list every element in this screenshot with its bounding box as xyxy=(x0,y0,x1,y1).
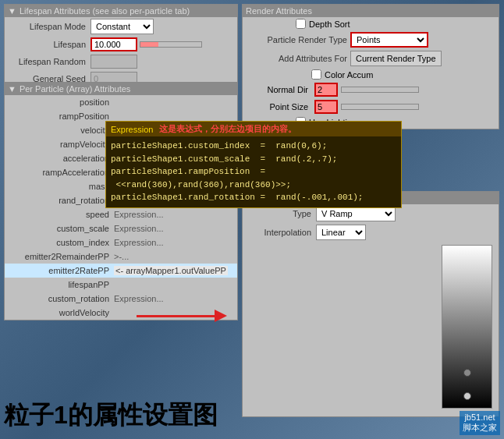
point-size-label: Point Size xyxy=(246,102,308,112)
lifespan-panel: ▼ Lifespan Attributes (see also per-part… xyxy=(4,4,238,88)
ramp-type-select[interactable]: V Ramp U Ramp Diagonal Ramp xyxy=(316,206,396,221)
expr-subtitle: 这是表达式，分别左边项目的内容。 xyxy=(159,123,296,135)
particle-render-type-select[interactable]: Points Sprites Streaks xyxy=(350,32,428,48)
normal-dir-slider[interactable] xyxy=(341,87,419,93)
lifespan-mode-select[interactable]: Constant Random Expression xyxy=(91,19,154,34)
pp-rampacceleration-label: rampAcceleration xyxy=(8,168,109,177)
lifespan-title: Lifespan Attributes (see also per-partic… xyxy=(20,6,190,16)
watermark-line2: 脚本之家 xyxy=(463,422,497,434)
ramp-dot-2[interactable] xyxy=(463,392,471,400)
pp-lifespan: lifespanPP xyxy=(5,278,237,292)
bottom-title-text: 粒子1的属性设置图 xyxy=(4,398,218,433)
pp-custom-scale-label: custom_scale xyxy=(8,224,109,233)
pp-mass-label: mass xyxy=(8,182,109,191)
expr-line-2: particleShape1.custom_scale = rand(.2,.7… xyxy=(111,153,396,166)
pp-custom-index-label: custom_index xyxy=(8,238,109,247)
color-accum-checkbox[interactable] xyxy=(311,69,321,80)
ramp-dot-1[interactable] xyxy=(463,369,471,377)
lifespan-slider-container xyxy=(91,37,202,51)
arrow-indicator xyxy=(137,308,246,324)
point-size-row: Point Size xyxy=(243,98,499,115)
lifespan-mode-label: Lifespan Mode xyxy=(8,22,86,31)
pp-emitter2-remainder-value: >-... xyxy=(114,252,129,261)
pp-custom-index-value: Expression... xyxy=(114,238,164,247)
pp-position-label: position xyxy=(8,97,109,107)
add-attr-row: Add Attributes For Current Render Type xyxy=(243,49,499,68)
ramp-interpolation-row: Interpolation Linear Smooth Spline None xyxy=(243,223,499,242)
render-panel: Render Attributes Depth Sort Particle Re… xyxy=(242,4,499,129)
pp-custom-rotation-value: Expression... xyxy=(114,294,164,303)
pp-velocity-label: velocity xyxy=(8,126,109,135)
expr-title-bar: Expression 这是表达式，分别左边项目的内容。 xyxy=(106,122,401,136)
depth-sort-checkbox[interactable] xyxy=(296,19,306,29)
lifespan-title-bar: ▼ Lifespan Attributes (see also per-part… xyxy=(5,5,237,17)
pp-speed: speed Expression... xyxy=(5,207,237,221)
lifespan-random-row: Lifespan Random xyxy=(5,53,237,70)
pp-custom-rotation-label: custom_rotation xyxy=(8,294,109,303)
lifespan-value-row: Lifespan xyxy=(5,36,237,53)
ramp-type-label: Type xyxy=(249,209,311,218)
color-accum-label: Color Accum xyxy=(325,70,373,80)
lifespan-value-input[interactable] xyxy=(91,37,137,51)
particle-render-type-label: Particle Render Type xyxy=(246,35,347,44)
lifespan-mode-row: Lifespan Mode Constant Random Expression xyxy=(5,17,237,36)
pp-lifespan-label: lifespanPP xyxy=(8,280,109,289)
per-particle-title-bar: ▼ Per Particle (Array) Attributes xyxy=(5,83,237,95)
pp-rampposition-label: rampPosition xyxy=(8,112,109,121)
current-render-type-button[interactable]: Current Render Type xyxy=(350,51,442,66)
lifespan-random-input xyxy=(91,55,137,69)
pp-speed-value: Expression... xyxy=(114,210,164,219)
pp-speed-label: speed xyxy=(8,210,109,219)
lifespan-value-label: Lifespan xyxy=(8,40,86,49)
normal-dir-input[interactable] xyxy=(314,83,338,97)
normal-dir-label: Normal Dir xyxy=(246,85,308,94)
pp-world-velocity-label: worldVelocity xyxy=(8,308,109,317)
lifespan-slider-track[interactable] xyxy=(140,41,202,48)
pp-custom-rotation: custom_rotation Expression... xyxy=(5,292,237,306)
pp-emitter2-rate-label: emitter2RatePP xyxy=(8,266,109,275)
depth-sort-label: Depth Sort xyxy=(309,19,350,29)
render-type-row: Particle Render Type Points Sprites Stre… xyxy=(243,30,499,49)
ramp-gradient-preview xyxy=(442,245,492,409)
render-title: Render Attributes xyxy=(246,6,312,16)
ramp-interpolation-select[interactable]: Linear Smooth Spline None xyxy=(316,225,366,240)
pp-emitter2-remainder-label: emitter2RemainderPP xyxy=(8,252,109,261)
watermark: jb51.net 脚本之家 xyxy=(460,411,500,435)
expr-body: particleShape1.custom_index = rand(0,6);… xyxy=(106,136,401,207)
pp-custom-scale: custom_scale Expression... xyxy=(5,221,237,235)
normal-dir-row: Normal Dir xyxy=(243,81,499,98)
pp-emitter2-remainder: emitter2RemainderPP >-... xyxy=(5,250,237,264)
lifespan-arrow: ▼ xyxy=(8,6,16,16)
pp-position: position xyxy=(5,95,237,109)
pp-custom-index: custom_index Expression... xyxy=(5,235,237,250)
ramp-interpolation-label: Interpolation xyxy=(249,228,311,237)
depth-sort-row: Depth Sort xyxy=(289,17,499,30)
expr-line-3: particleShape1.rampPosition = <<rand(360… xyxy=(111,165,396,191)
pp-emitter2-rate: emitter2RatePP <- arrayMapper1.outValueP… xyxy=(5,264,237,278)
pp-rand-rotation-label: rand_rotation xyxy=(8,196,109,205)
ramp-panel: ▼ Ramp Attributes Type V Ramp U Ramp Dia… xyxy=(242,191,499,417)
arrow-line xyxy=(137,315,215,317)
per-particle-arrow: ▼ xyxy=(8,84,16,94)
expr-line-4: particleShape1.rand_rotation = rand(-.00… xyxy=(111,191,396,204)
color-accum-row: Color Accum xyxy=(305,68,499,81)
pp-custom-scale-value: Expression... xyxy=(114,224,164,233)
point-size-input[interactable] xyxy=(314,100,338,114)
arrow-head xyxy=(215,310,227,322)
expr-title-label: Expression xyxy=(111,125,153,134)
per-particle-title: Per Particle (Array) Attributes xyxy=(20,84,130,94)
expr-line-1: particleShape1.custom_index = rand(0,6); xyxy=(111,140,396,153)
add-attr-label: Add Attributes For xyxy=(246,54,347,63)
lifespan-random-label: Lifespan Random xyxy=(8,57,86,66)
point-size-slider[interactable] xyxy=(341,104,419,110)
pp-rampvelocity-label: rampVelocity xyxy=(8,140,109,149)
pp-acceleration-label: acceleration xyxy=(8,154,109,163)
pp-emitter2-rate-value: <- arrayMapper1.outValuePP xyxy=(114,266,228,275)
expression-tooltip: Expression 这是表达式，分别左边项目的内容。 particleShap… xyxy=(105,121,402,208)
render-title-bar: Render Attributes xyxy=(243,5,499,17)
ramp-preview-container xyxy=(243,245,499,416)
watermark-line1: jb51.net xyxy=(463,412,497,422)
